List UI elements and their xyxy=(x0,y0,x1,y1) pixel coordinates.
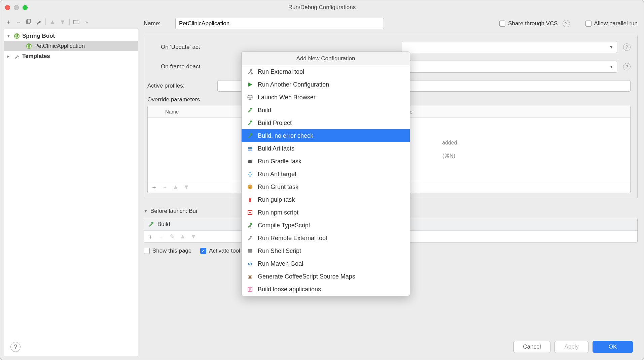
popup-item-build-project[interactable]: Build Project xyxy=(242,117,410,129)
wrench-icon[interactable] xyxy=(35,18,43,26)
share-vcs-checkbox[interactable]: Share through VCS xyxy=(499,20,558,27)
add-config-icon[interactable]: ＋ xyxy=(4,18,12,26)
allow-parallel-checkbox[interactable]: Allow parallel run xyxy=(585,20,638,27)
svg-rect-10 xyxy=(250,133,252,135)
popup-item-label: Run Gradle task xyxy=(258,158,301,165)
move-down-icon[interactable]: ▼ xyxy=(59,18,67,26)
tree-node-templates[interactable]: ▶ Templates xyxy=(4,51,138,61)
ok-button[interactable]: OK xyxy=(593,341,633,353)
popup-item-gulp[interactable]: Run gulp task xyxy=(242,193,410,206)
svg-point-23 xyxy=(249,186,249,187)
popup-item-typescript[interactable]: TSCompile TypeScript xyxy=(242,219,410,232)
svg-rect-1 xyxy=(28,19,31,23)
titlebar: Run/Debug Configurations xyxy=(0,0,644,14)
popup-item-coffeescript[interactable]: Generate CoffeeScript Source Maps xyxy=(242,270,410,283)
toolbar-separator xyxy=(45,19,46,25)
svg-rect-30 xyxy=(250,236,252,237)
popup-item-grunt[interactable]: Run Grunt task xyxy=(242,181,410,193)
chevron-down-icon: ▼ xyxy=(144,209,148,214)
on-frame-label: On frame deact xyxy=(161,63,238,70)
popup-item-label: Run Remote External tool xyxy=(258,235,327,242)
launch-browser-icon xyxy=(246,94,254,101)
remove-param-icon[interactable]: － xyxy=(161,183,169,191)
remove-config-icon[interactable]: － xyxy=(14,18,23,26)
build-artifacts-icon xyxy=(246,145,254,152)
popup-item-gradle[interactable]: Run Gradle task xyxy=(242,155,410,168)
svg-rect-27 xyxy=(249,212,251,213)
allow-parallel-label: Allow parallel run xyxy=(594,20,638,27)
svg-rect-11 xyxy=(248,147,250,149)
on-frame-combo[interactable]: ▼ xyxy=(402,61,617,73)
chevron-down-icon: ▼ xyxy=(609,45,613,50)
loose-apps-icon xyxy=(246,286,254,293)
svg-point-6 xyxy=(251,72,253,74)
svg-point-20 xyxy=(251,174,252,175)
name-row: Name: Share through VCS ? Allow parallel… xyxy=(144,18,638,29)
name-input[interactable] xyxy=(175,18,384,29)
svg-rect-13 xyxy=(248,150,250,151)
svg-point-22 xyxy=(248,185,252,189)
popup-item-loose-apps[interactable]: Build loose applications xyxy=(242,283,410,296)
move-down-icon[interactable]: ▼ xyxy=(183,184,190,191)
show-page-checkbox[interactable]: Show this page xyxy=(144,248,191,254)
add-task-icon[interactable]: ＋ xyxy=(147,233,154,241)
popup-item-build-no-error[interactable]: Build, no error check xyxy=(242,129,410,142)
cancel-button[interactable]: Cancel xyxy=(513,341,551,353)
ant-icon xyxy=(246,170,254,178)
popup-item-label: Build xyxy=(258,107,271,114)
tree-label: PetClinicApplication xyxy=(34,43,85,50)
svg-rect-28 xyxy=(250,223,252,225)
gulp-icon xyxy=(246,196,254,203)
popup-item-label: Run Grunt task xyxy=(258,184,298,191)
help-icon[interactable]: ? xyxy=(10,342,21,352)
popup-item-build[interactable]: Build xyxy=(242,104,410,117)
folder-icon[interactable] xyxy=(72,18,80,26)
popup-item-label: Build, no error check xyxy=(258,132,313,139)
more-icon[interactable]: » xyxy=(82,18,91,26)
popup-item-another-config[interactable]: Run Another Configuration xyxy=(242,78,410,91)
svg-point-17 xyxy=(250,160,251,161)
svg-rect-12 xyxy=(250,147,252,149)
popup-item-label: Run Ant target xyxy=(258,171,296,178)
popup-title: Add New Configuration xyxy=(242,52,410,65)
toolbar-separator xyxy=(69,19,70,25)
svg-rect-31 xyxy=(248,249,252,253)
spring-boot-icon xyxy=(26,43,32,50)
popup-item-label: Run Shell Script xyxy=(258,248,301,255)
svg-point-15 xyxy=(248,160,252,163)
popup-item-external-tool[interactable]: Run External tool xyxy=(242,65,410,78)
add-param-icon[interactable]: ＋ xyxy=(150,183,158,191)
share-vcs-label: Share through VCS xyxy=(508,20,558,27)
dialog-window: Run/Debug Configurations ＋ － ▲ ▼ xyxy=(0,0,644,360)
popup-item-build-artifacts[interactable]: Build Artifacts xyxy=(242,142,410,155)
edit-task-icon[interactable]: ✎ xyxy=(168,233,176,240)
popup-item-label: Run gulp task xyxy=(258,196,295,203)
popup-item-npm[interactable]: Run npm script xyxy=(242,206,410,219)
name-label: Name: xyxy=(144,20,171,27)
tree-node-spring-boot[interactable]: ▼ Spring Boot xyxy=(4,31,138,41)
popup-item-maven[interactable]: mRun Maven Goal xyxy=(242,257,410,270)
apply-button[interactable]: Apply xyxy=(554,341,588,353)
svg-rect-14 xyxy=(250,150,252,151)
copy-config-icon[interactable] xyxy=(25,18,33,26)
typescript-icon: TS xyxy=(246,222,254,229)
remove-task-icon[interactable]: － xyxy=(157,233,165,241)
popup-item-shell[interactable]: Run Shell Script xyxy=(242,244,410,257)
popup-item-remote-external[interactable]: Run Remote External tool xyxy=(242,232,410,244)
popup-item-ant[interactable]: Run Ant target xyxy=(242,168,410,181)
svg-rect-8 xyxy=(250,108,252,109)
svg-point-18 xyxy=(249,172,251,173)
popup-item-launch-browser[interactable]: Launch Web Browser xyxy=(242,91,410,104)
move-up-icon[interactable]: ▲ xyxy=(179,233,186,240)
help-icon[interactable]: ? xyxy=(623,43,631,51)
help-icon[interactable]: ? xyxy=(563,20,570,27)
popup-item-label: Compile TypeScript xyxy=(258,222,310,229)
move-down-icon[interactable]: ▼ xyxy=(190,233,197,240)
help-icon[interactable]: ? xyxy=(623,63,631,70)
move-up-icon[interactable]: ▲ xyxy=(172,184,179,191)
on-update-combo[interactable]: ▼ xyxy=(402,41,617,53)
chevron-down-icon: ▼ xyxy=(609,64,613,69)
tree-node-petclinic[interactable]: PetClinicApplication xyxy=(4,41,138,51)
on-update-label: On 'Update' act xyxy=(161,44,238,51)
move-up-icon[interactable]: ▲ xyxy=(48,18,57,26)
